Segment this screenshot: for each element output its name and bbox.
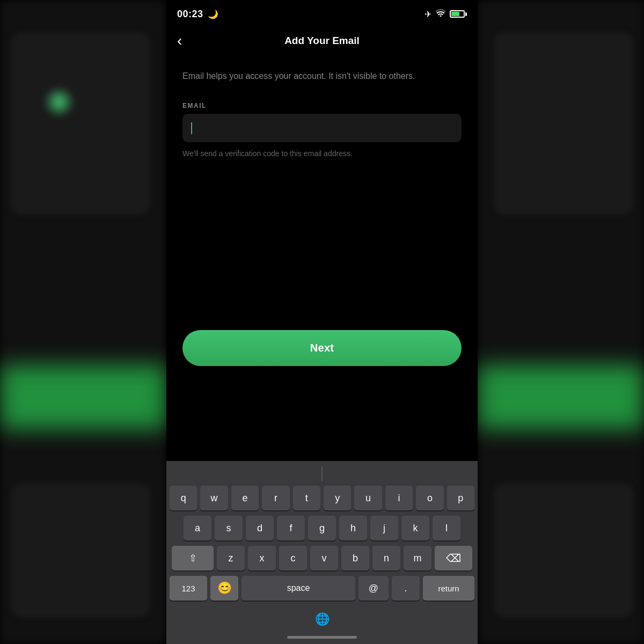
- page-title: Add Your Email: [284, 35, 360, 47]
- main-content: Email helps you access your account. It …: [166, 59, 478, 170]
- key-b[interactable]: b: [341, 546, 369, 570]
- key-e[interactable]: e: [231, 486, 259, 510]
- globe-row: 🌐: [170, 606, 474, 634]
- status-left: 00:23 🌙: [177, 9, 218, 20]
- key-u[interactable]: u: [354, 486, 382, 510]
- key-k[interactable]: k: [401, 516, 429, 540]
- status-bar: 00:23 🌙 ✈: [166, 0, 478, 27]
- key-i[interactable]: i: [385, 486, 413, 510]
- period-key[interactable]: .: [392, 576, 420, 601]
- keyboard-row-4: 123 😊 space @ . return: [170, 576, 474, 601]
- side-card-bottom-left: [11, 483, 150, 617]
- airplane-icon: ✈: [425, 9, 431, 19]
- numbers-key[interactable]: 123: [170, 576, 207, 601]
- keyboard-row-1: q w e r t y u i o p: [170, 486, 474, 510]
- space-key[interactable]: space: [241, 576, 355, 601]
- key-t[interactable]: t: [293, 486, 320, 510]
- key-x[interactable]: x: [248, 546, 276, 570]
- key-q[interactable]: q: [170, 486, 197, 510]
- cursor-blink: [191, 122, 192, 134]
- shift-key[interactable]: ⇧: [172, 546, 214, 570]
- at-key[interactable]: @: [358, 576, 389, 601]
- battery-icon: [450, 10, 467, 18]
- key-j[interactable]: j: [370, 516, 398, 540]
- key-r[interactable]: r: [262, 486, 289, 510]
- globe-key[interactable]: 🌐: [309, 610, 336, 628]
- email-input-wrapper: [182, 114, 462, 142]
- home-indicator: [287, 636, 357, 639]
- key-n[interactable]: n: [372, 546, 400, 570]
- key-a[interactable]: a: [184, 516, 211, 540]
- status-time: 00:23: [177, 9, 203, 20]
- wifi-icon: [436, 9, 445, 19]
- key-h[interactable]: h: [339, 516, 367, 540]
- next-button-container: Next: [166, 330, 478, 366]
- key-y[interactable]: y: [324, 486, 351, 510]
- verification-hint: We'll send a verification code to this e…: [182, 149, 462, 159]
- delete-key[interactable]: ⌫: [435, 546, 472, 570]
- keyboard: q w e r t y u i o p a s d f g h j k l ⇧ …: [166, 461, 478, 644]
- email-input[interactable]: [182, 114, 462, 142]
- key-g[interactable]: g: [308, 516, 336, 540]
- key-v[interactable]: v: [310, 546, 338, 570]
- moon-icon: 🌙: [208, 9, 218, 19]
- key-z[interactable]: z: [217, 546, 245, 570]
- key-s[interactable]: s: [215, 516, 243, 540]
- key-f[interactable]: f: [277, 516, 305, 540]
- keyboard-row-3: ⇧ z x c v b n m ⌫: [170, 546, 474, 570]
- return-key[interactable]: return: [423, 576, 474, 601]
- key-o[interactable]: o: [416, 486, 443, 510]
- side-card-top-left: [11, 32, 150, 215]
- emoji-key[interactable]: 😊: [210, 576, 238, 601]
- back-button[interactable]: ‹: [177, 31, 186, 50]
- green-glow-left: [0, 365, 166, 429]
- key-m[interactable]: m: [404, 546, 431, 570]
- green-glow-right: [478, 365, 644, 429]
- page-header: ‹ Add Your Email: [166, 27, 478, 59]
- key-w[interactable]: w: [200, 486, 228, 510]
- next-button[interactable]: Next: [182, 330, 462, 366]
- key-p[interactable]: p: [447, 486, 474, 510]
- green-dot-decoration: [43, 86, 75, 118]
- side-card-top-right: [494, 32, 633, 215]
- email-field-label: EMAIL: [182, 102, 462, 109]
- key-c[interactable]: c: [279, 546, 307, 570]
- keyboard-divider: [321, 466, 323, 481]
- status-right: ✈: [425, 9, 467, 19]
- keyboard-row-2: a s d f g h j k l: [170, 516, 474, 540]
- key-l[interactable]: l: [433, 516, 460, 540]
- side-card-bottom-right: [494, 483, 633, 617]
- description-text: Email helps you access your account. It …: [182, 70, 462, 83]
- key-d[interactable]: d: [246, 516, 274, 540]
